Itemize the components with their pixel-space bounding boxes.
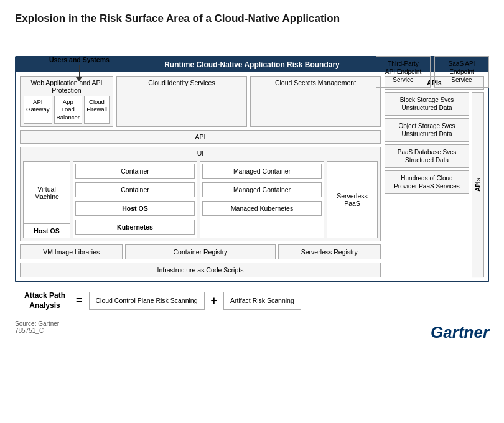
managed-container-column: Managed Container Managed Container Mana… <box>200 161 324 238</box>
paas-database-box: PaaS Database Svcs Structured Data <box>385 144 469 168</box>
cloud-control-box: Cloud Control Plane Risk Scanning <box>89 292 205 310</box>
cloud-firewall-box: Cloud Firewall <box>84 96 110 124</box>
apis-right-section: APIs Block Storage Svcs Unstructured Dat… <box>385 76 484 277</box>
third-party-services: Third-Party API Endpoint Service SaaS AP… <box>376 56 489 88</box>
managed-container-cell-2: Managed Container <box>202 182 322 197</box>
app-load-balancer-box: App Load Balancer <box>54 96 83 124</box>
vm-column: Virtual Machine Host OS <box>23 161 70 238</box>
block-storage-box: Block Storage Svcs Unstructured Data <box>385 92 469 116</box>
registry-row: VM Image Libraries Container Registry Se… <box>20 244 381 259</box>
attack-path-label: Attack Path Analysis <box>20 291 70 310</box>
users-label: Users and Systems <box>49 56 110 81</box>
gartner-logo-container: Gartner <box>15 323 489 342</box>
container-column: Container Container Host OS Kubernetes <box>73 161 197 238</box>
ui-label: UI <box>21 147 380 159</box>
managed-container-cell-1: Managed Container <box>202 164 322 179</box>
plus-sign: + <box>211 294 218 307</box>
serverless-paas-column: Serverless PaaS <box>327 161 378 238</box>
object-storage-box: Object Storage Svcs Unstructured Data <box>385 118 469 142</box>
top-services-row: Web Application and API Protection API G… <box>20 76 381 127</box>
attack-path-section: Attack Path Analysis = Cloud Control Pla… <box>15 291 489 310</box>
vm-image-libraries-box: VM Image Libraries <box>20 244 123 259</box>
third-party-api-box: Third-Party API Endpoint Service <box>376 56 431 88</box>
vm-cell: Virtual Machine <box>24 162 70 223</box>
cloud-secrets-box: Cloud Secrets Management <box>250 76 381 127</box>
api-row: API <box>20 130 381 144</box>
kubernetes-cell: Kubernetes <box>75 220 195 235</box>
gartner-logo: Gartner <box>431 323 489 342</box>
infra-code-row: Infrastructure as Code Scripts <box>20 263 381 277</box>
equals-sign: = <box>76 294 83 307</box>
vm-hostos: Host OS <box>24 223 70 238</box>
api-gateway-box: API Gateway <box>24 96 52 124</box>
serverless-registry-box: Serverless Registry <box>278 244 381 259</box>
cloud-identity-box: Cloud Identity Services <box>116 76 247 127</box>
ui-section: UI Virtual Machine Host OS Container Con… <box>20 147 381 241</box>
container-cell-2: Container <box>75 182 195 197</box>
container-registry-box: Container Registry <box>125 244 275 259</box>
page-title: Explosion in the Risk Surface Area of a … <box>15 12 489 25</box>
container-cell-1: Container <box>75 164 195 179</box>
host-os-k8s-cell: Host OS <box>75 201 195 216</box>
main-boundary: Runtime Cloud-Native Application Risk Bo… <box>15 56 489 282</box>
managed-kubernetes-cell: Managed Kubernetes <box>202 201 322 216</box>
saas-api-box: SaaS API Endpoint Service <box>434 56 489 88</box>
artifact-risk-box: Artifact Risk Scanning <box>223 292 301 310</box>
cloud-provider-box: Hundreds of Cloud Provider PaaS Services <box>385 170 469 194</box>
apis-vertical-label: APIs <box>472 92 484 277</box>
